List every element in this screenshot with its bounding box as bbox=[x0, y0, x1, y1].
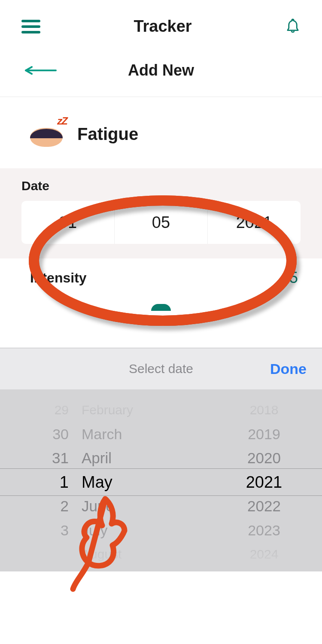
symptom-row: zZ Fatigue bbox=[0, 97, 322, 168]
picker-option[interactable]: April bbox=[82, 446, 112, 470]
svg-point-0 bbox=[292, 19, 294, 21]
intensity-value: 5 bbox=[289, 269, 298, 287]
intensity-slider[interactable] bbox=[0, 304, 322, 311]
picker-option[interactable]: 1 bbox=[60, 470, 69, 494]
date-day-field[interactable]: 01 bbox=[21, 201, 115, 244]
fatigue-icon: zZ bbox=[30, 121, 64, 147]
picker-option[interactable]: 2022 bbox=[247, 494, 281, 518]
date-picker-display[interactable]: 01 05 2021 bbox=[21, 201, 301, 244]
intensity-section: Intensity 5 bbox=[0, 258, 322, 287]
picker-option[interactable]: 2024 bbox=[250, 542, 279, 566]
top-header: Tracker bbox=[0, 0, 322, 49]
picker-option[interactable]: 30 bbox=[52, 422, 69, 446]
date-label: Date bbox=[21, 179, 301, 193]
picker-option[interactable]: 31 bbox=[52, 446, 69, 470]
bell-icon[interactable] bbox=[285, 18, 301, 35]
date-section: Date 01 05 2021 bbox=[0, 168, 322, 258]
picker-option[interactable]: 2 bbox=[61, 494, 69, 518]
done-button[interactable]: Done bbox=[270, 361, 307, 377]
picker-option[interactable]: July bbox=[82, 518, 107, 542]
menu-icon[interactable] bbox=[21, 20, 40, 33]
picker-option[interactable]: 2019 bbox=[248, 422, 280, 446]
back-arrow-icon[interactable] bbox=[24, 66, 57, 75]
picker-option[interactable]: August bbox=[82, 542, 122, 566]
picker-year-wheel[interactable]: 2018201920202021202220232024 bbox=[189, 389, 322, 571]
picker-option[interactable]: 2023 bbox=[248, 518, 280, 542]
symptom-name: Fatigue bbox=[77, 125, 138, 144]
picker-option[interactable]: 29 bbox=[55, 398, 69, 422]
subheader-title: Add New bbox=[21, 61, 301, 79]
date-month-field[interactable]: 05 bbox=[115, 201, 208, 244]
picker-option[interactable]: February bbox=[82, 398, 133, 422]
picker-option[interactable]: May bbox=[82, 470, 112, 494]
picker-option[interactable]: 3 bbox=[61, 518, 69, 542]
picker-option[interactable]: June bbox=[82, 494, 114, 518]
sub-header: Add New bbox=[0, 49, 322, 97]
picker-day-wheel[interactable]: 293031123 bbox=[0, 389, 77, 571]
picker-option[interactable]: 2018 bbox=[250, 398, 279, 422]
zz-text: zZ bbox=[57, 115, 67, 127]
picker-month-wheel[interactable]: FebruaryMarchAprilMayJuneJulyAugust bbox=[77, 389, 189, 571]
intensity-label: Intensity bbox=[30, 270, 87, 286]
picker-title: Select date bbox=[129, 361, 193, 376]
picker-toolbar: Select date Done bbox=[0, 348, 322, 389]
page-title: Tracker bbox=[134, 17, 191, 36]
picker-option[interactable]: March bbox=[82, 422, 122, 446]
slider-knob-icon[interactable] bbox=[151, 304, 171, 311]
picker-option[interactable]: 2020 bbox=[247, 446, 281, 470]
picker-option[interactable]: 2021 bbox=[246, 470, 283, 494]
picker-wheels[interactable]: 293031123 FebruaryMarchAprilMayJuneJulyA… bbox=[0, 389, 322, 571]
date-picker-panel: Select date Done 293031123 FebruaryMarch… bbox=[0, 348, 322, 571]
date-year-field[interactable]: 2021 bbox=[208, 201, 301, 244]
